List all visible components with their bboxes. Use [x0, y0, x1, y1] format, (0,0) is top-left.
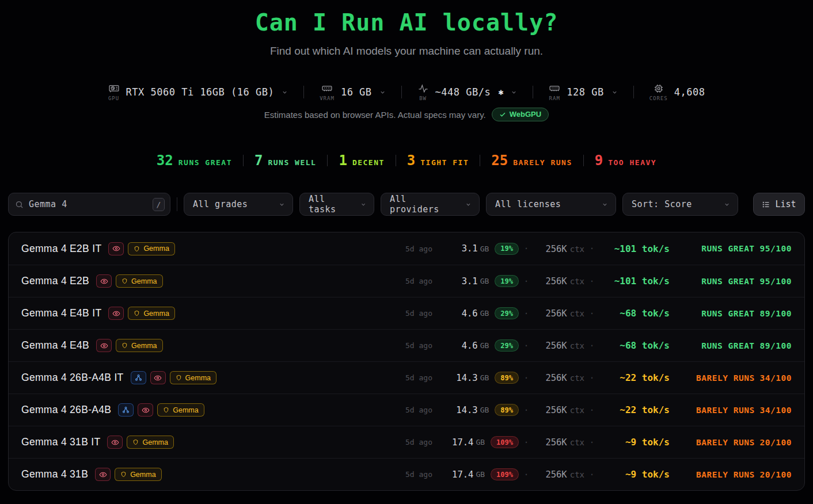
chevron-down-icon	[465, 201, 472, 208]
model-name: Gemma 4 26B-A4B IT	[21, 372, 124, 384]
grade-score: 20/100	[760, 470, 792, 479]
model-tags: Gemma	[108, 307, 394, 320]
gemma-badge: Gemma	[157, 403, 204, 417]
moe-icon-chip	[131, 371, 146, 384]
eye-icon	[111, 438, 119, 446]
licenses-filter-dropdown[interactable]: All licenses	[486, 193, 616, 216]
list-view-button[interactable]: List	[753, 193, 805, 216]
dot-separator: ·	[584, 243, 599, 254]
dot-separator: ·	[519, 373, 534, 383]
model-name: Gemma 4 E4B	[21, 339, 89, 352]
dot-separator: ·	[584, 373, 599, 383]
webgpu-badge: WebGPU	[492, 108, 549, 121]
grade-label: BARELY RUNS	[696, 406, 755, 415]
divider	[583, 155, 584, 166]
ram-icon: RAM	[549, 83, 560, 101]
vram-pill: 109%	[491, 436, 519, 448]
grade-cell: BARELY RUNS20/100	[670, 438, 792, 447]
vram-spec-dropdown[interactable]: VRAM 16 GB	[320, 83, 385, 101]
table-row[interactable]: Gemma 4 E4B Gemma 5d ago 4.6 GB 29% · 25…	[9, 329, 804, 361]
table-row[interactable]: Gemma 4 31B IT Gemma 5d ago 17.4 GB 109%…	[9, 426, 804, 458]
grade-score: 89/100	[760, 341, 792, 350]
dot-separator: ·	[519, 276, 534, 287]
context-length: 256Kctx	[534, 372, 584, 383]
bandwidth-value: ~448 GB/s	[435, 86, 491, 98]
gemma-badge: Gemma	[116, 339, 162, 352]
ram-spec-dropdown[interactable]: RAM 128 GB	[549, 83, 617, 101]
chevron-down-icon	[724, 201, 730, 208]
table-row[interactable]: Gemma 4 E2B Gemma 5d ago 3.1 GB 19% · 25…	[9, 265, 804, 297]
grade-label: RUNS GREAT	[701, 244, 754, 253]
stat-barely-runs: 25 BARELY RUNS	[491, 152, 572, 169]
table-row[interactable]: Gemma 4 31B Gemma 5d ago 17.4 GB 109% · …	[9, 458, 804, 490]
network-icon	[122, 406, 130, 414]
chevron-down-icon	[279, 201, 285, 208]
eye-icon	[112, 310, 120, 318]
vision-icon-chip	[150, 371, 166, 384]
chevron-down-icon	[511, 89, 517, 96]
bandwidth-spec-dropdown[interactable]: BW ~448 GB/s ✱	[417, 83, 518, 101]
filter-bar: Gemma 4 / All grades All tasks All provi…	[8, 193, 805, 216]
model-tags: Gemma	[118, 403, 394, 417]
model-size: 3.1 GB 19%	[432, 243, 519, 255]
model-size: 17.4 GB 109%	[432, 436, 519, 448]
grade-score: 34/100	[760, 373, 792, 383]
context-length: 256Kctx	[534, 276, 584, 287]
grade-cell: BARELY RUNS34/100	[670, 373, 792, 383]
vram-pill: 89%	[495, 404, 519, 416]
model-size: 3.1 GB 19%	[432, 275, 519, 287]
grade-label: RUNS GREAT	[701, 277, 754, 286]
context-length: 256Kctx	[534, 340, 584, 351]
shield-icon	[121, 278, 128, 284]
moe-icon-chip	[118, 403, 134, 417]
search-input[interactable]: Gemma 4 /	[8, 193, 170, 216]
vram-pill: 109%	[491, 468, 519, 480]
shield-icon	[163, 407, 169, 413]
providers-filter-dropdown[interactable]: All providers	[381, 193, 480, 216]
chevron-down-icon	[379, 89, 386, 96]
estimate-note-text: Estimates based on browser APIs. Actual …	[264, 110, 486, 120]
chevron-down-icon	[282, 89, 288, 96]
model-size: 14.3 GB 89%	[432, 372, 519, 384]
tok-value: ~101 tok/s	[599, 243, 670, 254]
updated-date: 5d ago	[394, 373, 432, 382]
estimate-asterisk[interactable]: ✱	[498, 87, 503, 97]
divider	[327, 155, 328, 166]
sort-dropdown[interactable]: Sort: Score	[622, 193, 738, 216]
divider	[633, 86, 634, 98]
dot-separator: ·	[584, 308, 599, 319]
eye-icon	[112, 245, 120, 253]
table-row[interactable]: Gemma 4 E4B IT Gemma 5d ago 4.6 GB 29% ·…	[9, 297, 804, 329]
search-shortcut-key: /	[153, 198, 165, 211]
grades-filter-dropdown[interactable]: All grades	[184, 193, 293, 216]
chevron-down-icon	[611, 89, 618, 96]
stat-too-heavy: 9 TOO HEAVY	[595, 152, 656, 169]
tasks-filter-dropdown[interactable]: All tasks	[299, 193, 374, 216]
table-row[interactable]: Gemma 4 26B-A4B IT Gemma 5d ago 14.3 GB …	[9, 361, 804, 394]
divider	[303, 86, 304, 98]
stat-decent: 1 DECENT	[339, 152, 384, 169]
dot-separator: ·	[519, 469, 534, 480]
eye-icon	[154, 374, 162, 382]
gpu-spec-dropdown[interactable]: GPU RTX 5060 Ti 16GB (16 GB)	[108, 83, 288, 101]
model-name: Gemma 4 E2B IT	[21, 243, 101, 255]
vram-pill: 29%	[495, 307, 519, 319]
grade-label: BARELY RUNS	[696, 470, 755, 479]
dot-separator: ·	[584, 276, 599, 287]
grade-score: 89/100	[760, 309, 792, 318]
vram-icon: VRAM	[320, 83, 335, 101]
grade-label: BARELY RUNS	[696, 373, 755, 383]
grade-cell: RUNS GREAT89/100	[670, 309, 792, 318]
shield-icon	[120, 471, 127, 478]
table-row[interactable]: Gemma 4 26B-A4B Gemma 5d ago 14.3 GB 89%…	[9, 394, 804, 426]
model-size: 14.3 GB 89%	[432, 404, 519, 416]
stats-bar: 32 RUNS GREAT 7 RUNS WELL 1 DECENT 3 TIG…	[0, 152, 813, 169]
table-row[interactable]: Gemma 4 E2B IT Gemma 5d ago 3.1 GB 19% ·…	[9, 232, 804, 265]
vision-icon-chip	[138, 403, 153, 417]
vram-value: 16 GB	[341, 86, 372, 98]
bandwidth-icon: BW	[417, 83, 429, 101]
eye-icon	[100, 342, 108, 350]
context-length: 256Kctx	[534, 437, 584, 448]
updated-date: 5d ago	[394, 341, 432, 350]
model-size: 4.6 GB 29%	[432, 339, 519, 352]
